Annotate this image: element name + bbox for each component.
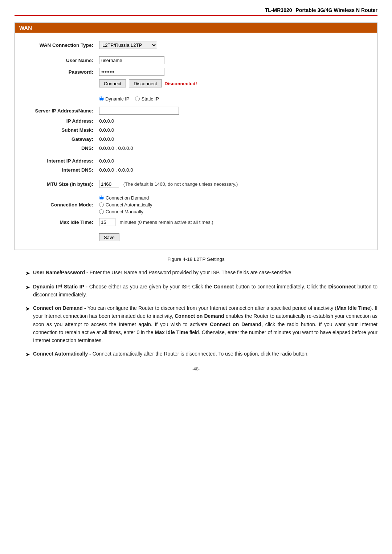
connect-manually-option[interactable]: Connect Manually	[99, 209, 366, 214]
model-name: TL-MR3020	[265, 7, 292, 13]
connect-automatically-radio[interactable]	[99, 202, 104, 207]
disconnected-status: Disconnected!	[164, 81, 197, 86]
password-value-cell	[96, 66, 368, 78]
bullet-arrow-3: ➤	[25, 304, 30, 313]
bullet-text-2: Dynamic IP/ Static IP - Choose either as…	[33, 283, 377, 299]
bullet-item-2: ➤ Dynamic IP/ Static IP - Choose either …	[25, 283, 377, 299]
connect-automatically-label: Connect Automatically	[106, 202, 152, 208]
dynamic-ip-label: Dynamic IP	[105, 96, 129, 102]
page-number: -48-	[15, 366, 377, 372]
mtu-input[interactable]	[99, 180, 119, 188]
gateway-row: Gateway: 0.0.0.0	[24, 135, 368, 144]
connect-manually-label: Connect Manually	[106, 209, 143, 214]
max-idle-time-input[interactable]	[99, 218, 115, 226]
max-idle-time-label: Max Idle Time:	[24, 216, 96, 228]
bullet-item-1: ➤ User Name/Password - Enter the User Na…	[25, 268, 377, 278]
user-name-label: User Name:	[24, 54, 96, 66]
bullet-arrow-2: ➤	[25, 283, 30, 292]
server-ip-input[interactable]	[99, 107, 179, 115]
server-ip-row: Server IP Address/Name:	[24, 105, 368, 116]
wan-connection-type-value-cell: L2TP/Russia L2TP	[96, 39, 368, 51]
ip-address-row: IP Address: 0.0.0.0	[24, 116, 368, 126]
dns-label: DNS:	[24, 144, 96, 153]
subnet-mask-row: Subnet Mask: 0.0.0.0	[24, 126, 368, 135]
disconnect-button[interactable]: Disconnect	[129, 79, 162, 87]
bullet-text-1: User Name/Password - Enter the User Name…	[33, 268, 377, 276]
gateway-value: 0.0.0.0	[96, 135, 368, 144]
dynamic-ip-radio-label[interactable]: Dynamic IP	[99, 96, 129, 102]
internet-ip-row: Internet IP Address: 0.0.0.0	[24, 156, 368, 165]
connect-on-demand-radio[interactable]	[99, 196, 104, 200]
gateway-label: Gateway:	[24, 135, 96, 144]
save-button[interactable]: Save	[99, 233, 119, 241]
max-idle-time-row: Max Idle Time: minutes (0 means remain a…	[24, 216, 368, 228]
internet-dns-label: Internet DNS:	[24, 165, 96, 175]
password-label: Password:	[24, 66, 96, 78]
connect-buttons-row: Connect Disconnect Disconnected!	[24, 78, 368, 89]
bullet-text-3: Connect on Demand - You can configure th…	[33, 304, 377, 345]
static-ip-radio[interactable]	[135, 97, 140, 101]
dns-value: 0.0.0.0 , 0.0.0.0	[96, 144, 368, 153]
ip-address-value: 0.0.0.0	[96, 116, 368, 126]
ip-type-radio-group: Dynamic IP Static IP	[99, 96, 366, 102]
bullet-item-4: ➤ Connect Automatically - Connect automa…	[25, 350, 377, 359]
connect-automatically-option[interactable]: Connect Automatically	[99, 202, 366, 208]
wan-connection-type-label: WAN Connection Type:	[24, 39, 96, 51]
wan-form-table: WAN Connection Type: L2TP/Russia L2TP Us…	[24, 39, 368, 243]
bullet-list: ➤ User Name/Password - Enter the User Na…	[25, 268, 377, 359]
dns-row: DNS: 0.0.0.0 , 0.0.0.0	[24, 144, 368, 153]
password-input[interactable]	[99, 68, 164, 76]
wan-connection-type-select[interactable]: L2TP/Russia L2TP	[99, 41, 157, 49]
subnet-mask-value: 0.0.0.0	[96, 126, 368, 135]
connect-on-demand-option[interactable]: Connect on Demand	[99, 195, 366, 201]
user-name-row: User Name:	[24, 54, 368, 66]
bullet-item-3: ➤ Connect on Demand - You can configure …	[25, 304, 377, 345]
internet-dns-value: 0.0.0.0 , 0.0.0.0	[96, 165, 368, 175]
internet-ip-label: Internet IP Address:	[24, 156, 96, 165]
ip-type-row: Dynamic IP Static IP	[24, 93, 368, 105]
bullet-text-4: Connect Automatically - Connect automati…	[33, 350, 377, 358]
max-idle-hint: minutes (0 means remain active at all ti…	[120, 219, 213, 225]
wan-title: WAN	[15, 23, 377, 33]
save-row: Save	[24, 231, 368, 243]
connect-button[interactable]: Connect	[99, 79, 126, 87]
connect-on-demand-label: Connect on Demand	[106, 195, 149, 201]
internet-ip-value: 0.0.0.0	[96, 156, 368, 165]
user-name-value-cell	[96, 54, 368, 66]
page-header: TL-MR3020 Portable 3G/4G Wireless N Rout…	[15, 7, 377, 16]
ip-address-label: IP Address:	[24, 116, 96, 126]
mtu-hint: (The default is 1460, do not change unle…	[123, 181, 238, 187]
figure-caption: Figure 4-18 L2TP Settings	[15, 257, 377, 262]
wan-settings-box: WAN WAN Connection Type: L2TP/Russia L2T…	[15, 22, 377, 250]
model-description: Portable 3G/4G Wireless N Router	[296, 7, 378, 13]
static-ip-label: Static IP	[141, 96, 159, 102]
connection-mode-options: Connect on Demand Connect Automatically …	[99, 195, 366, 214]
static-ip-radio-label[interactable]: Static IP	[135, 96, 159, 102]
bullet-arrow-1: ➤	[25, 269, 30, 278]
user-name-input[interactable]	[99, 56, 164, 64]
mtu-label: MTU Size (in bytes):	[24, 178, 96, 190]
subnet-mask-label: Subnet Mask:	[24, 126, 96, 135]
dynamic-ip-radio[interactable]	[99, 97, 104, 101]
connection-mode-label: Connection Mode:	[24, 193, 96, 216]
wan-content: WAN Connection Type: L2TP/Russia L2TP Us…	[15, 33, 377, 250]
server-ip-label: Server IP Address/Name:	[24, 105, 96, 116]
connection-mode-row: Connection Mode: Connect on Demand Conne…	[24, 193, 368, 216]
connect-manually-radio[interactable]	[99, 209, 104, 214]
wan-connection-type-row: WAN Connection Type: L2TP/Russia L2TP	[24, 39, 368, 51]
password-row: Password:	[24, 66, 368, 78]
internet-dns-row: Internet DNS: 0.0.0.0 , 0.0.0.0	[24, 165, 368, 175]
bullet-arrow-4: ➤	[25, 350, 30, 359]
mtu-row: MTU Size (in bytes): (The default is 146…	[24, 178, 368, 190]
